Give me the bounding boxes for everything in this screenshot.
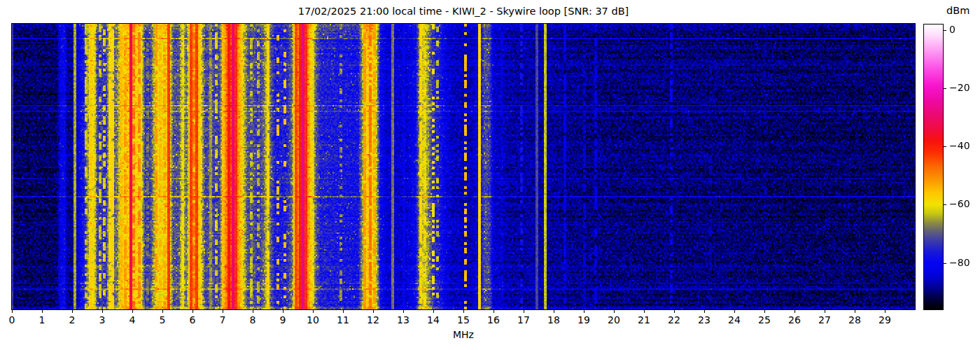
x-tick-mark	[192, 310, 193, 313]
x-tick-mark	[584, 310, 584, 313]
colorbar-tick-label: 0	[949, 24, 955, 35]
x-tick-label: 3	[99, 314, 106, 326]
x-axis-label: MHz	[12, 329, 915, 340]
colorbar-tick-mark	[944, 30, 946, 31]
x-tick-label: 20	[608, 314, 620, 326]
x-tick-label: 22	[668, 314, 680, 326]
spectrogram-figure: 17/02/2025 21:00 local time - KIWI_2 - S…	[0, 0, 980, 350]
colorbar-tick-mark	[944, 204, 946, 205]
x-tick-mark	[614, 310, 615, 313]
x-tick-label: 7	[220, 314, 226, 326]
x-tick-mark	[72, 310, 73, 313]
x-tick-label: 11	[337, 314, 349, 326]
x-tick-mark	[132, 310, 133, 313]
x-tick-label: 19	[578, 314, 590, 326]
x-tick-label: 28	[848, 314, 861, 326]
x-tick-label: 2	[69, 314, 76, 326]
x-tick-label: 23	[698, 314, 710, 326]
x-tick-label: 27	[818, 314, 831, 326]
x-tick-mark	[764, 310, 765, 313]
x-tick-mark	[524, 310, 524, 313]
x-tick-mark	[42, 310, 43, 313]
x-tick-mark	[373, 310, 374, 313]
x-tick-mark	[794, 310, 795, 313]
x-tick-label: 15	[457, 314, 470, 326]
x-tick-label: 12	[367, 314, 379, 326]
x-tick-mark	[554, 310, 554, 313]
x-tick-label: 17	[517, 314, 530, 326]
x-tick-label: 29	[878, 314, 891, 326]
x-tick-label: 6	[190, 314, 196, 326]
colorbar-tick-label: −80	[949, 257, 970, 268]
x-tick-mark	[162, 310, 163, 313]
x-tick-mark	[674, 310, 675, 313]
colorbar-tick-label: −20	[949, 82, 970, 93]
x-tick-label: 9	[280, 314, 286, 326]
spectrogram-canvas	[12, 24, 915, 309]
x-tick-label: 0	[9, 314, 15, 326]
x-tick-mark	[223, 310, 223, 313]
colorbar-tick-mark	[944, 146, 946, 147]
x-tick-label: 16	[487, 314, 500, 326]
x-tick-mark	[463, 310, 464, 313]
x-tick-mark	[253, 310, 253, 313]
x-tick-label: 18	[547, 314, 560, 326]
x-tick-label: 8	[250, 314, 256, 326]
x-tick-label: 10	[307, 314, 319, 326]
colorbar-tick-mark	[944, 88, 946, 89]
chart-title: 17/02/2025 21:00 local time - KIWI_2 - S…	[12, 6, 915, 17]
x-tick-label: 26	[788, 314, 801, 326]
x-tick-mark	[855, 310, 855, 313]
x-tick-mark	[433, 310, 434, 313]
x-tick-mark	[403, 310, 404, 313]
x-tick-mark	[283, 310, 284, 313]
x-tick-label: 14	[427, 314, 440, 326]
x-tick-mark	[644, 310, 645, 313]
colorbar-tick-label: −40	[949, 140, 970, 151]
x-tick-mark	[102, 310, 103, 313]
x-tick-label: 21	[638, 314, 650, 326]
x-tick-label: 25	[758, 314, 771, 326]
colorbar-unit-label: dBm	[946, 5, 969, 16]
x-tick-mark	[704, 310, 705, 313]
colorbar-canvas	[924, 24, 943, 309]
x-tick-mark	[313, 310, 314, 313]
x-tick-label: 5	[160, 314, 166, 326]
colorbar-tick-mark	[944, 263, 946, 264]
x-tick-mark	[734, 310, 735, 313]
x-tick-label: 4	[130, 314, 136, 326]
x-tick-label: 24	[728, 314, 741, 326]
x-tick-label: 1	[39, 314, 46, 326]
x-tick-mark	[885, 310, 886, 313]
x-tick-mark	[493, 310, 494, 313]
colorbar-tick-label: −60	[949, 198, 970, 209]
x-tick-mark	[12, 310, 13, 313]
x-tick-label: 13	[397, 314, 410, 326]
x-tick-mark	[343, 310, 344, 313]
x-tick-mark	[825, 310, 825, 313]
